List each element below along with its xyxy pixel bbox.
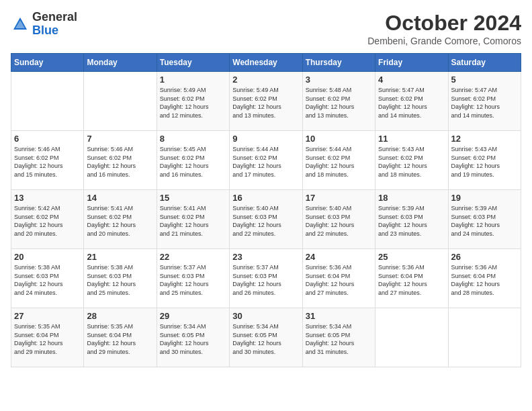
calendar-week-row: 27Sunrise: 5:35 AM Sunset: 6:04 PM Dayli… [11, 308, 521, 367]
title-block: October 2024 Dembeni, Grande Comore, Com… [367, 11, 521, 46]
calendar-table: SundayMondayTuesdayWednesdayThursdayFrid… [11, 53, 521, 367]
day-info: Sunrise: 5:34 AM Sunset: 6:05 PM Dayligh… [160, 322, 226, 356]
calendar-cell: 24Sunrise: 5:36 AM Sunset: 6:04 PM Dayli… [302, 249, 375, 308]
calendar-cell: 4Sunrise: 5:47 AM Sunset: 6:02 PM Daylig… [375, 72, 448, 131]
calendar-cell [448, 308, 521, 367]
calendar-cell: 27Sunrise: 5:35 AM Sunset: 6:04 PM Dayli… [11, 308, 84, 367]
weekday-header-friday: Friday [375, 54, 448, 72]
day-info: Sunrise: 5:45 AM Sunset: 6:02 PM Dayligh… [160, 145, 226, 179]
day-number: 21 [87, 252, 153, 262]
day-info: Sunrise: 5:35 AM Sunset: 6:04 PM Dayligh… [87, 322, 153, 356]
calendar-cell [84, 72, 157, 131]
day-number: 2 [232, 75, 299, 85]
day-number: 9 [232, 134, 299, 144]
day-info: Sunrise: 5:49 AM Sunset: 6:02 PM Dayligh… [160, 86, 226, 120]
calendar-cell: 23Sunrise: 5:37 AM Sunset: 6:03 PM Dayli… [230, 249, 302, 308]
month-title: October 2024 [367, 11, 521, 36]
calendar-cell: 19Sunrise: 5:39 AM Sunset: 6:03 PM Dayli… [448, 190, 521, 249]
day-info: Sunrise: 5:42 AM Sunset: 6:02 PM Dayligh… [14, 204, 81, 238]
day-number: 24 [306, 252, 372, 262]
day-info: Sunrise: 5:43 AM Sunset: 6:02 PM Dayligh… [378, 145, 445, 179]
day-info: Sunrise: 5:37 AM Sunset: 6:03 PM Dayligh… [160, 263, 226, 297]
day-info: Sunrise: 5:43 AM Sunset: 6:02 PM Dayligh… [451, 145, 518, 179]
location-subtitle: Dembeni, Grande Comore, Comoros [367, 36, 521, 46]
day-number: 18 [378, 193, 445, 203]
calendar-header-row: SundayMondayTuesdayWednesdayThursdayFrid… [11, 54, 521, 72]
calendar-cell: 10Sunrise: 5:44 AM Sunset: 6:02 PM Dayli… [302, 131, 375, 190]
calendar-cell [11, 72, 84, 131]
day-number: 8 [160, 134, 226, 144]
day-info: Sunrise: 5:47 AM Sunset: 6:02 PM Dayligh… [451, 86, 518, 120]
calendar-week-row: 6Sunrise: 5:46 AM Sunset: 6:02 PM Daylig… [11, 131, 521, 190]
day-info: Sunrise: 5:40 AM Sunset: 6:03 PM Dayligh… [306, 204, 372, 238]
calendar-week-row: 13Sunrise: 5:42 AM Sunset: 6:02 PM Dayli… [11, 190, 521, 249]
weekday-header-sunday: Sunday [11, 54, 84, 72]
calendar-cell: 26Sunrise: 5:36 AM Sunset: 6:04 PM Dayli… [448, 249, 521, 308]
day-number: 15 [160, 193, 226, 203]
day-number: 25 [378, 252, 445, 262]
day-info: Sunrise: 5:49 AM Sunset: 6:02 PM Dayligh… [232, 86, 299, 120]
calendar-cell: 8Sunrise: 5:45 AM Sunset: 6:02 PM Daylig… [157, 131, 229, 190]
calendar-cell: 15Sunrise: 5:41 AM Sunset: 6:02 PM Dayli… [157, 190, 229, 249]
logo-text: General Blue [32, 11, 77, 38]
weekday-header-monday: Monday [84, 54, 157, 72]
calendar-cell: 17Sunrise: 5:40 AM Sunset: 6:03 PM Dayli… [302, 190, 375, 249]
day-info: Sunrise: 5:47 AM Sunset: 6:02 PM Dayligh… [378, 86, 445, 120]
weekday-header-saturday: Saturday [448, 54, 521, 72]
day-info: Sunrise: 5:36 AM Sunset: 6:04 PM Dayligh… [306, 263, 372, 297]
day-info: Sunrise: 5:48 AM Sunset: 6:02 PM Dayligh… [306, 86, 372, 120]
calendar-cell: 7Sunrise: 5:46 AM Sunset: 6:02 PM Daylig… [84, 131, 157, 190]
day-number: 11 [378, 134, 445, 144]
day-info: Sunrise: 5:46 AM Sunset: 6:02 PM Dayligh… [14, 145, 81, 179]
logo-icon [11, 15, 30, 34]
day-number: 27 [14, 311, 81, 321]
calendar-cell [375, 308, 448, 367]
day-number: 17 [306, 193, 372, 203]
calendar-week-row: 20Sunrise: 5:38 AM Sunset: 6:03 PM Dayli… [11, 249, 521, 308]
calendar-cell: 18Sunrise: 5:39 AM Sunset: 6:03 PM Dayli… [375, 190, 448, 249]
logo: General Blue [11, 11, 77, 38]
calendar-cell: 20Sunrise: 5:38 AM Sunset: 6:03 PM Dayli… [11, 249, 84, 308]
calendar-cell: 3Sunrise: 5:48 AM Sunset: 6:02 PM Daylig… [302, 72, 375, 131]
day-info: Sunrise: 5:40 AM Sunset: 6:03 PM Dayligh… [232, 204, 299, 238]
day-number: 20 [14, 252, 81, 262]
day-info: Sunrise: 5:37 AM Sunset: 6:03 PM Dayligh… [232, 263, 299, 297]
day-info: Sunrise: 5:34 AM Sunset: 6:05 PM Dayligh… [306, 322, 372, 356]
day-number: 14 [87, 193, 153, 203]
day-info: Sunrise: 5:38 AM Sunset: 6:03 PM Dayligh… [87, 263, 153, 297]
weekday-header-wednesday: Wednesday [230, 54, 302, 72]
day-info: Sunrise: 5:39 AM Sunset: 6:03 PM Dayligh… [451, 204, 518, 238]
day-number: 6 [14, 134, 81, 144]
calendar-cell: 30Sunrise: 5:34 AM Sunset: 6:05 PM Dayli… [230, 308, 302, 367]
calendar-cell: 28Sunrise: 5:35 AM Sunset: 6:04 PM Dayli… [84, 308, 157, 367]
calendar-cell: 25Sunrise: 5:36 AM Sunset: 6:04 PM Dayli… [375, 249, 448, 308]
day-number: 22 [160, 252, 226, 262]
calendar-cell: 13Sunrise: 5:42 AM Sunset: 6:02 PM Dayli… [11, 190, 84, 249]
day-number: 19 [451, 193, 518, 203]
day-number: 4 [378, 75, 445, 85]
calendar-cell: 31Sunrise: 5:34 AM Sunset: 6:05 PM Dayli… [302, 308, 375, 367]
day-number: 23 [232, 252, 299, 262]
day-number: 13 [14, 193, 81, 203]
calendar-cell: 5Sunrise: 5:47 AM Sunset: 6:02 PM Daylig… [448, 72, 521, 131]
day-info: Sunrise: 5:44 AM Sunset: 6:02 PM Dayligh… [306, 145, 372, 179]
day-info: Sunrise: 5:34 AM Sunset: 6:05 PM Dayligh… [232, 322, 299, 356]
calendar-cell: 1Sunrise: 5:49 AM Sunset: 6:02 PM Daylig… [157, 72, 229, 131]
day-number: 30 [232, 311, 299, 321]
calendar-cell: 2Sunrise: 5:49 AM Sunset: 6:02 PM Daylig… [230, 72, 302, 131]
day-info: Sunrise: 5:41 AM Sunset: 6:02 PM Dayligh… [87, 204, 153, 238]
day-number: 29 [160, 311, 226, 321]
calendar-cell: 9Sunrise: 5:44 AM Sunset: 6:02 PM Daylig… [230, 131, 302, 190]
day-number: 28 [87, 311, 153, 321]
day-number: 10 [306, 134, 372, 144]
logo-blue-text: Blue [32, 24, 58, 37]
day-number: 26 [451, 252, 518, 262]
day-number: 3 [306, 75, 372, 85]
calendar-cell: 29Sunrise: 5:34 AM Sunset: 6:05 PM Dayli… [157, 308, 229, 367]
day-info: Sunrise: 5:44 AM Sunset: 6:02 PM Dayligh… [232, 145, 299, 179]
calendar-cell: 12Sunrise: 5:43 AM Sunset: 6:02 PM Dayli… [448, 131, 521, 190]
calendar-cell: 22Sunrise: 5:37 AM Sunset: 6:03 PM Dayli… [157, 249, 229, 308]
day-info: Sunrise: 5:36 AM Sunset: 6:04 PM Dayligh… [451, 263, 518, 297]
calendar-cell: 14Sunrise: 5:41 AM Sunset: 6:02 PM Dayli… [84, 190, 157, 249]
weekday-header-thursday: Thursday [302, 54, 375, 72]
